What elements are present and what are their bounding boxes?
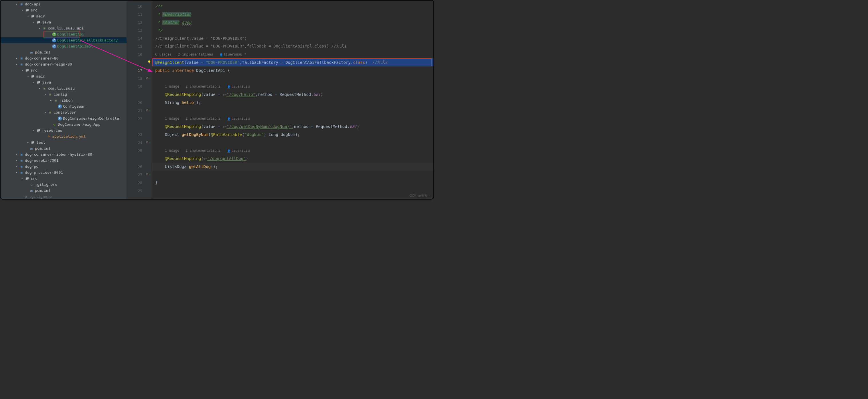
tree-item-dog-consumer-feign-80[interactable]: ▾dog-consumer-feign-80: [1, 61, 127, 67]
editor-pane[interactable]: /** * @Description * @Author susu */ //@…: [152, 1, 433, 199]
implementations-hint[interactable]: 2 implementations: [186, 117, 221, 121]
tree-item-dog-provider-8001[interactable]: ▾dog-provider-8001: [1, 170, 127, 176]
chevron-down-icon[interactable]: ▾: [32, 21, 35, 24]
implementations-hint[interactable]: 2 implementations: [178, 52, 213, 56]
url-mapping-icon[interactable]: ⊕~: [204, 157, 207, 160]
gutter-line[interactable]: 29: [127, 187, 152, 195]
gutter-line[interactable]: [127, 123, 152, 130]
gutter-line[interactable]: 14: [127, 34, 152, 42]
tree-item-dogconsumerfeigncontroller[interactable]: CDogConsumerFeignController: [1, 115, 127, 121]
chevron-down-icon[interactable]: ▾: [15, 3, 18, 6]
chevron-right-icon[interactable]: ▸: [15, 159, 18, 162]
tree-item-dog-consumer-80[interactable]: ▸dog-consumer-80: [1, 55, 127, 61]
usages-hint[interactable]: 1 usage: [165, 85, 180, 88]
gutter-line[interactable]: 27: [127, 171, 152, 179]
gutter-line[interactable]: 18: [127, 74, 152, 83]
tree-item-src[interactable]: ▾src: [1, 67, 127, 73]
gutter-line[interactable]: 21: [127, 106, 152, 115]
chevron-down-icon[interactable]: ▾: [21, 69, 24, 72]
chevron-right-icon[interactable]: ▸: [26, 141, 30, 144]
tree-item-dogclientapi[interactable]: IDogClientApi: [1, 31, 127, 37]
tree-item-configbean[interactable]: CConfigBean: [1, 103, 127, 109]
tree-item-src[interactable]: ▸src: [1, 176, 127, 181]
tree-item-dog-consumer-ribbon-hystrix-80[interactable]: ▸dog-consumer-ribbon-hystrix-80: [1, 151, 127, 157]
gutter-line[interactable]: 22: [127, 115, 152, 123]
gutter-line[interactable]: 26: [127, 162, 152, 171]
tree-item-java[interactable]: ▾java: [1, 79, 127, 85]
override-gutter-icon[interactable]: [146, 172, 151, 176]
gutter-line[interactable]: 25: [127, 147, 152, 155]
override-gutter-icon[interactable]: [146, 108, 151, 112]
tree-item--gitignore[interactable]: .gitignore: [1, 181, 127, 187]
chevron-down-icon[interactable]: ▾: [15, 171, 18, 174]
tree-item-java[interactable]: ▾java: [1, 19, 127, 25]
chevron-down-icon[interactable]: ▾: [32, 81, 35, 84]
gutter-line[interactable]: 19: [127, 83, 152, 90]
gutter-line[interactable]: 12: [127, 18, 152, 26]
chevron-right-icon[interactable]: ▸: [49, 99, 53, 102]
tree-item-resources[interactable]: ▾resources: [1, 127, 127, 133]
chevron-down-icon[interactable]: ▾: [43, 93, 47, 96]
tree-item-com-liu-susu-api[interactable]: ▾com.liu.susu.api: [1, 25, 127, 31]
gutter-line[interactable]: 16: [127, 50, 152, 58]
intention-bulb-icon[interactable]: [148, 60, 151, 64]
chevron-down-icon[interactable]: ▾: [38, 27, 41, 30]
tree-item-dogclientapifallbackfactory[interactable]: CDogClientApiFallbackFactory: [1, 37, 127, 43]
gutter-line[interactable]: [127, 58, 152, 66]
gutter-line[interactable]: 10: [127, 2, 152, 10]
tree-item-dog-api[interactable]: ▾dog-api: [1, 1, 127, 7]
tree-item-pom-xml[interactable]: mpom.xml: [1, 145, 127, 151]
url-mapping-icon[interactable]: ⊕~: [223, 125, 226, 128]
gutter-line[interactable]: 15: [127, 42, 152, 50]
usages-hint[interactable]: 1 usage: [165, 117, 180, 121]
chevron-right-icon[interactable]: ▸: [15, 165, 18, 168]
author-hint[interactable]: liuersusu *: [224, 52, 246, 56]
chevron-right-icon[interactable]: ▸: [15, 153, 18, 156]
chevron-right-icon[interactable]: ▸: [15, 57, 18, 60]
gutter-line[interactable]: 17: [127, 66, 152, 74]
tree-item-main[interactable]: ▾main: [1, 73, 127, 79]
chevron-right-icon[interactable]: ▸: [21, 177, 24, 180]
tree-item--gitignore[interactable]: .gitignore: [1, 193, 127, 199]
tree-item-ribbon[interactable]: ▸ribbon: [1, 97, 127, 103]
usages-hint[interactable]: 6 usages: [155, 52, 172, 56]
implements-gutter-icon[interactable]: [146, 75, 151, 80]
project-tree[interactable]: ▾dog-api▾src▾main▾java▾com.liu.susu.apiI…: [1, 1, 127, 199]
chevron-down-icon[interactable]: ▾: [38, 87, 41, 90]
chevron-down-icon[interactable]: ▾: [43, 111, 47, 114]
gutter-line[interactable]: 28: [127, 179, 152, 187]
gutter-line[interactable]: 11: [127, 10, 152, 18]
chevron-down-icon[interactable]: ▾: [26, 75, 30, 78]
tree-item-com-liu-susu[interactable]: ▾com.liu.susu: [1, 85, 127, 91]
chevron-down-icon[interactable]: ▾: [26, 14, 30, 18]
tree-item-config[interactable]: ▾config: [1, 91, 127, 97]
override-gutter-icon[interactable]: [146, 140, 151, 144]
gutter-line[interactable]: 13: [127, 26, 152, 34]
chevron-down-icon[interactable]: ▾: [21, 8, 24, 12]
tree-item-application-yml[interactable]: application.yml: [1, 133, 127, 140]
tree-item-main[interactable]: ▾main: [1, 13, 127, 19]
tree-item-dog-eureka-7001[interactable]: ▸dog-eureka-7001: [1, 157, 127, 163]
gutter-line[interactable]: 20: [127, 98, 152, 106]
gutter-line[interactable]: [127, 155, 152, 162]
highlighted-line[interactable]: @FeignClient(value = "DOG-PROVIDER",fall…: [152, 58, 433, 66]
implementations-hint[interactable]: 2 implementations: [186, 85, 221, 88]
tree-item-test[interactable]: ▸test: [1, 140, 127, 145]
author-hint[interactable]: liuersusu: [231, 85, 250, 88]
tree-item-src[interactable]: ▾src: [1, 7, 127, 13]
author-hint[interactable]: liuersusu: [231, 117, 250, 121]
gutter-line[interactable]: [127, 90, 152, 98]
gutter-line[interactable]: 23: [127, 130, 152, 139]
url-mapping-icon[interactable]: ⊕~: [223, 93, 226, 96]
tree-item-dogconsumerfeignapp[interactable]: DogConsumerFeignApp: [1, 121, 127, 127]
tree-item-controller[interactable]: ▾controller: [1, 109, 127, 115]
tree-item-pom-xml[interactable]: mpom.xml: [1, 49, 127, 55]
author-hint[interactable]: liuersusu: [231, 149, 250, 153]
tree-item-pom-xml[interactable]: mpom.xml: [1, 187, 127, 193]
gutter-line[interactable]: 24: [127, 139, 152, 147]
tree-item-dog-po[interactable]: ▸dog-po: [1, 163, 127, 170]
implementations-hint[interactable]: 2 implementations: [186, 149, 221, 153]
chevron-down-icon[interactable]: ▾: [15, 63, 18, 66]
usages-hint[interactable]: 1 usage: [165, 149, 180, 153]
tree-item-dogclientapiimpl[interactable]: CDogClientApiImpl: [1, 43, 127, 49]
